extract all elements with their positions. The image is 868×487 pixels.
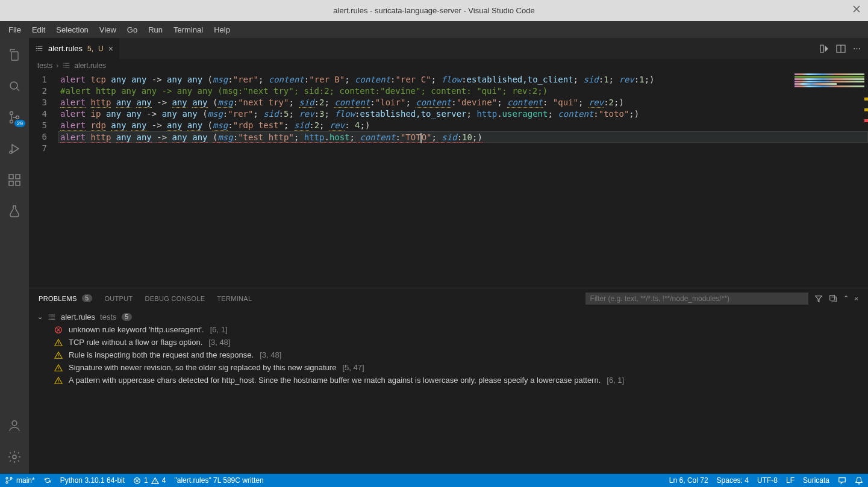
feedback-icon[interactable] bbox=[838, 476, 846, 485]
code-line[interactable] bbox=[60, 143, 868, 154]
tab-git-status: U bbox=[98, 45, 104, 53]
source-control-icon[interactable]: 29 bbox=[0, 105, 29, 129]
run-debug-icon[interactable] bbox=[0, 137, 29, 161]
editor-tabs: alert.rules 5, U × ⋯ bbox=[29, 38, 868, 59]
menu-terminal[interactable]: Terminal bbox=[169, 23, 208, 36]
problems-count-badge: 5 bbox=[82, 294, 93, 302]
explorer-icon[interactable] bbox=[0, 43, 29, 67]
code-line[interactable]: alert rdp any any -> any any (msg:"rdp t… bbox=[60, 120, 868, 131]
breadcrumb[interactable]: tests › alert.rules bbox=[29, 59, 868, 72]
status-eol[interactable]: LF bbox=[786, 476, 795, 485]
code-line[interactable]: alert tcp any any -> any any (msg:"rer";… bbox=[60, 74, 868, 85]
tab-debug-console[interactable]: DEBUG CONSOLE bbox=[145, 295, 205, 302]
chevron-up-icon[interactable]: ⌃ bbox=[843, 294, 849, 302]
status-ln-col[interactable]: Ln 6, Col 72 bbox=[669, 476, 708, 485]
collapse-all-icon[interactable] bbox=[829, 294, 837, 303]
overview-ruler bbox=[863, 72, 868, 288]
tab-problems[interactable]: PROBLEMS 5 bbox=[39, 294, 92, 302]
problems-filename: alert.rules bbox=[61, 312, 95, 321]
menu-selection[interactable]: Selection bbox=[51, 23, 93, 36]
menu-file[interactable]: File bbox=[4, 23, 26, 36]
svg-point-3 bbox=[16, 116, 19, 119]
menu-go[interactable]: Go bbox=[122, 23, 142, 36]
problems-file-count: 5 bbox=[122, 313, 133, 321]
panel-close-icon[interactable]: × bbox=[855, 295, 858, 302]
testing-icon[interactable] bbox=[0, 199, 29, 223]
code-line[interactable]: alert http any any -> any any (msg:"test… bbox=[58, 131, 868, 143]
search-icon[interactable] bbox=[0, 74, 29, 98]
status-spaces[interactable]: Spaces: 4 bbox=[717, 476, 749, 485]
list-icon bbox=[35, 45, 43, 53]
activity-bar: 29 bbox=[0, 38, 29, 474]
svg-point-2 bbox=[10, 120, 13, 123]
status-sync[interactable] bbox=[43, 476, 52, 485]
problem-row[interactable]: Rule is inspecting both the request and … bbox=[36, 349, 861, 361]
menu-bar: File Edit Selection View Go Run Terminal… bbox=[0, 21, 868, 38]
tab-alert-rules[interactable]: alert.rules 5, U × bbox=[29, 38, 120, 59]
problems-file-row[interactable]: ⌄ alert.rules tests 5 bbox=[36, 311, 861, 323]
tab-output[interactable]: OUTPUT bbox=[104, 295, 133, 302]
window-close-button[interactable] bbox=[852, 5, 862, 14]
sync-icon bbox=[43, 476, 52, 485]
problem-message: A pattern with uppercase chars detected … bbox=[69, 376, 601, 385]
breadcrumb-folder[interactable]: tests bbox=[37, 61, 52, 70]
list-icon bbox=[48, 313, 56, 321]
tab-close-icon[interactable]: × bbox=[108, 44, 113, 54]
warning-icon bbox=[54, 351, 63, 359]
line-gutter: 1234567 bbox=[29, 72, 58, 288]
extensions-icon[interactable] bbox=[0, 168, 29, 192]
problem-location: [3, 48] bbox=[208, 338, 230, 347]
window-title-bar: alert.rules - suricata-language-server -… bbox=[0, 0, 868, 21]
problem-row[interactable]: Signature with newer revision, so the ol… bbox=[36, 361, 861, 374]
code-line[interactable]: alert http any any -> any any (msg:"next… bbox=[60, 97, 868, 108]
problem-row[interactable]: TCP rule without a flow or flags option.… bbox=[36, 336, 861, 349]
scm-badge: 29 bbox=[14, 120, 25, 127]
more-actions-icon[interactable]: ⋯ bbox=[853, 44, 861, 53]
status-python[interactable]: Python 3.10.1 64-bit bbox=[60, 476, 125, 485]
warning-icon bbox=[54, 364, 63, 372]
tab-filename: alert.rules bbox=[48, 44, 83, 53]
menu-edit[interactable]: Edit bbox=[27, 23, 50, 36]
warning-icon bbox=[151, 477, 159, 485]
diff-icon[interactable] bbox=[819, 44, 829, 54]
bell-icon[interactable] bbox=[855, 476, 863, 485]
accounts-icon[interactable] bbox=[0, 414, 29, 438]
menu-run[interactable]: Run bbox=[143, 23, 167, 36]
status-bar: main* Python 3.10.1 64-bit 1 4 "alert.ru… bbox=[0, 474, 868, 487]
tab-terminal[interactable]: TERMINAL bbox=[217, 295, 252, 302]
filter-icon[interactable] bbox=[814, 294, 823, 303]
problem-row[interactable]: unknown rule keyword 'http.useragent'.[6… bbox=[36, 323, 861, 336]
svg-rect-7 bbox=[16, 181, 20, 185]
svg-rect-6 bbox=[9, 181, 13, 185]
svg-rect-8 bbox=[16, 175, 20, 179]
list-icon bbox=[62, 61, 70, 70]
problem-location: [6, 1] bbox=[210, 325, 228, 334]
menu-help[interactable]: Help bbox=[209, 23, 235, 36]
status-message: "alert.rules" 7L 589C written bbox=[174, 476, 263, 485]
code-line[interactable]: alert ip any any -> any any (msg:"rer"; … bbox=[60, 108, 868, 120]
problem-message: Signature with newer revision, so the ol… bbox=[69, 363, 336, 372]
minimap[interactable] bbox=[795, 73, 864, 82]
code-line[interactable]: #alert http any any -> any any (msg:"nex… bbox=[60, 85, 868, 97]
chevron-down-icon: ⌄ bbox=[37, 313, 43, 321]
svg-point-1 bbox=[10, 112, 13, 115]
code-editor[interactable]: 1234567 alert tcp any any -> any any (ms… bbox=[29, 72, 868, 288]
problem-message: TCP rule without a flow or flags option. bbox=[69, 338, 202, 347]
problem-location: [5, 47] bbox=[342, 363, 364, 372]
error-icon bbox=[133, 477, 141, 485]
svg-rect-13 bbox=[829, 295, 834, 300]
problem-row[interactable]: A pattern with uppercase chars detected … bbox=[36, 374, 861, 386]
problems-filter-input[interactable] bbox=[585, 293, 808, 305]
problem-message: unknown rule keyword 'http.useragent'. bbox=[69, 325, 204, 334]
settings-gear-icon[interactable] bbox=[0, 445, 29, 469]
breadcrumb-file[interactable]: alert.rules bbox=[74, 61, 106, 70]
menu-view[interactable]: View bbox=[95, 23, 121, 36]
window-title: alert.rules - suricata-language-server -… bbox=[333, 6, 534, 15]
split-editor-icon[interactable] bbox=[836, 44, 846, 54]
tab-problem-count: 5, bbox=[87, 45, 93, 53]
status-encoding[interactable]: UTF-8 bbox=[757, 476, 778, 485]
status-language[interactable]: Suricata bbox=[803, 476, 829, 485]
code-content[interactable]: alert tcp any any -> any any (msg:"rer";… bbox=[58, 72, 868, 288]
status-diagnostics[interactable]: 1 4 bbox=[133, 476, 166, 485]
status-branch[interactable]: main* bbox=[5, 476, 35, 485]
